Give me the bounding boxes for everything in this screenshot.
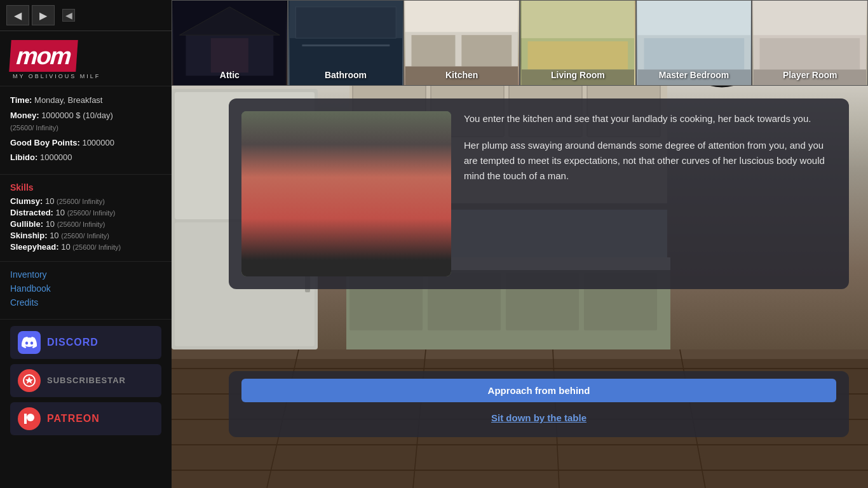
social-area: DISCORD SUBSCRIBESTAR PATREON xyxy=(0,320,172,442)
room-attic-label: Attic xyxy=(172,70,287,80)
skill-sleepyhead-name: Sleepyhead: xyxy=(10,242,59,252)
skill-gullible-value: 10 xyxy=(46,219,57,229)
room-playerroom-label: Player Room xyxy=(752,70,867,80)
discord-button[interactable]: DISCORD xyxy=(10,326,161,359)
room-tab-livingroom[interactable]: Living Room xyxy=(520,0,636,86)
svg-point-75 xyxy=(289,233,302,246)
subscribestar-button[interactable]: SUBSCRIBESTAR xyxy=(10,364,161,397)
skill-skinship-value: 10 xyxy=(50,231,61,240)
svg-rect-74 xyxy=(340,172,353,187)
svg-point-77 xyxy=(326,130,367,175)
skill-clumsy-sub: (25600/ Infinity) xyxy=(57,198,105,205)
collapse-button[interactable]: ◀ xyxy=(62,9,75,22)
room-navigation: Attic Bathroom xyxy=(172,0,868,86)
svg-rect-45 xyxy=(211,38,248,72)
svg-rect-70 xyxy=(241,175,451,226)
logo-subtitle: MY OBLIVIOUS MILF xyxy=(10,73,161,79)
patreon-icon xyxy=(18,407,41,430)
sidebar: ◀ ▶ ◀ mom MY OBLIVIOUS MILF Time: Monday… xyxy=(0,0,172,488)
svg-rect-62 xyxy=(644,38,744,69)
svg-rect-65 xyxy=(754,1,866,35)
gbp-value: 1000000 xyxy=(82,138,114,147)
gbp-stat: Good Boy Points: 1000000 xyxy=(10,137,161,149)
skill-skinship-sub: (25600/ Infinity) xyxy=(61,232,109,240)
skills-title: Skills xyxy=(10,182,161,193)
skill-clumsy-value: 10 xyxy=(45,196,57,206)
skill-gullible-name: Gullible: xyxy=(10,219,43,229)
logo-text: mom xyxy=(16,44,71,68)
character-image xyxy=(241,111,451,276)
skill-distracted-name: Distracted: xyxy=(10,208,53,217)
logo-box: mom xyxy=(9,40,78,72)
svg-rect-69 xyxy=(241,111,451,175)
svg-rect-54 xyxy=(462,35,512,66)
skill-sleepyhead-value: 10 xyxy=(61,242,72,252)
skill-gullible: Gullible: 10 (25600/ Infinity) xyxy=(10,219,161,229)
logo-area: mom MY OBLIVIOUS MILF xyxy=(0,31,172,86)
libido-label: Libido: xyxy=(10,152,37,162)
svg-rect-66 xyxy=(760,38,860,69)
dialog-paragraph-1: You enter the kitchen and see that your … xyxy=(464,111,836,126)
time-label: Time: xyxy=(10,95,32,105)
svg-rect-22 xyxy=(172,349,868,359)
room-tab-kitchen[interactable]: Kitchen xyxy=(403,0,520,86)
libido-value: 1000000 xyxy=(40,152,72,162)
room-bathroom-label: Bathroom xyxy=(288,70,403,80)
character-portrait xyxy=(241,111,451,276)
money-stat: Money: 1000000 $ (10/day) (25600/ Infini… xyxy=(10,109,161,134)
time-value: Monday, Breakfast xyxy=(34,95,102,105)
back-button[interactable]: ◀ xyxy=(6,5,29,25)
subscribestar-label: SUBSCRIBESTAR xyxy=(47,376,126,385)
svg-rect-71 xyxy=(241,222,451,235)
skill-skinship: Skinship: 10 (25600/ Infinity) xyxy=(10,231,161,240)
svg-point-79 xyxy=(351,147,357,154)
skill-distracted: Distracted: 10 (25600/ Infinity) xyxy=(10,208,161,217)
svg-point-76 xyxy=(391,224,403,236)
time-stat: Time: Monday, Breakfast xyxy=(10,94,161,107)
money-sub: (25600/ Infinity) xyxy=(10,124,58,132)
svg-point-73 xyxy=(318,111,375,178)
patreon-button[interactable]: PATREON xyxy=(10,402,161,435)
sidebar-navigation: ◀ ▶ ◀ xyxy=(0,0,172,31)
room-tab-attic[interactable]: Attic xyxy=(172,0,288,86)
stats-area: Time: Monday, Breakfast Money: 1000000 $… xyxy=(0,86,172,175)
svg-rect-58 xyxy=(528,41,628,69)
skill-skinship-name: Skinship: xyxy=(10,231,48,240)
choice-approach-button[interactable]: Approach from behind xyxy=(241,379,836,402)
skill-sleepyhead: Sleepyhead: 10 (25600/ Infinity) xyxy=(10,242,161,252)
dialog-box: You enter the kitchen and see that your … xyxy=(229,98,849,289)
main-area: Attic Bathroom xyxy=(172,0,868,488)
skill-gullible-sub: (25600/ Infinity) xyxy=(57,220,105,228)
patreon-label: PATREON xyxy=(47,413,100,424)
choices-container: Approach from behind Sit down by the tab… xyxy=(229,371,849,437)
room-tab-masterbedroom[interactable]: Master Bedroom xyxy=(636,0,752,86)
discord-label: DISCORD xyxy=(47,337,98,348)
forward-button[interactable]: ▶ xyxy=(32,5,55,25)
room-kitchen-label: Kitchen xyxy=(404,70,519,80)
dialog-paragraph-2: Her plump ass swaying around demands som… xyxy=(464,138,836,184)
skill-distracted-value: 10 xyxy=(56,208,67,217)
svg-rect-52 xyxy=(405,1,518,32)
choice-sitdown-button[interactable]: Sit down by the table xyxy=(241,406,836,430)
room-masterbedroom-label: Master Bedroom xyxy=(637,70,752,80)
handbook-link[interactable]: Handbook xyxy=(10,283,161,294)
room-livingroom-label: Living Room xyxy=(520,70,635,80)
svg-point-78 xyxy=(336,147,342,154)
svg-rect-3 xyxy=(24,414,27,424)
dialog-text: You enter the kitchen and see that your … xyxy=(464,111,836,276)
skill-clumsy: Clumsy: 10 (25600/ Infinity) xyxy=(10,196,161,206)
svg-rect-50 xyxy=(295,7,396,38)
skill-clumsy-name: Clumsy: xyxy=(10,196,43,206)
discord-icon xyxy=(18,331,41,354)
libido-stat: Libido: 1000000 xyxy=(10,151,161,164)
inventory-link[interactable]: Inventory xyxy=(10,269,161,280)
svg-rect-61 xyxy=(637,1,750,35)
svg-rect-53 xyxy=(412,35,456,66)
credits-link[interactable]: Credits xyxy=(10,297,161,308)
svg-marker-1 xyxy=(25,377,33,384)
room-tab-bathroom[interactable]: Bathroom xyxy=(288,0,404,86)
svg-rect-72 xyxy=(241,235,451,276)
svg-rect-49 xyxy=(302,44,390,46)
room-tab-playerroom[interactable]: Player Room xyxy=(752,0,868,86)
gbp-label: Good Boy Points: xyxy=(10,138,80,147)
